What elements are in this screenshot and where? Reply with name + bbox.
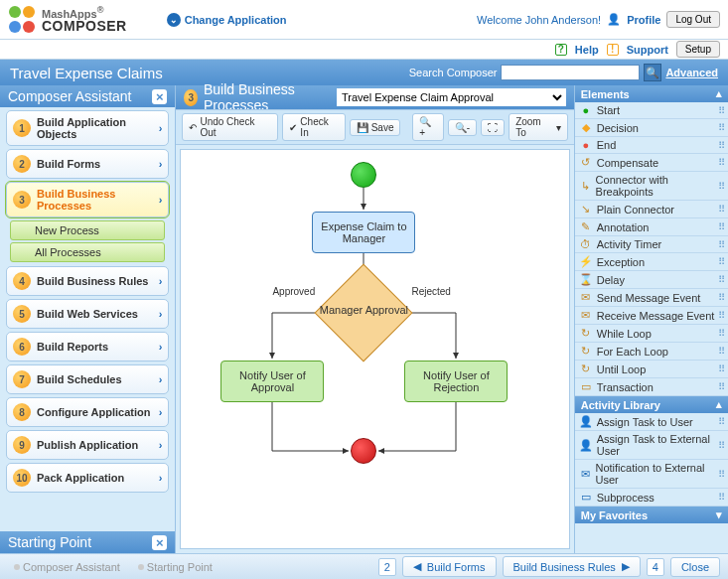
task-node-notify-rejection[interactable]: Notify User of Rejection: [404, 361, 508, 402]
grip-icon: ⠿: [718, 363, 724, 374]
activity-library-header[interactable]: Activity Library ▴: [575, 396, 728, 413]
element-item[interactable]: ↻For Each Loop⠿: [575, 343, 728, 361]
element-item[interactable]: ↻While Loop⠿: [575, 325, 728, 343]
chevron-right-icon: ›: [159, 439, 163, 451]
next-step-button[interactable]: Build Business Rules▶: [503, 556, 641, 577]
checkin-button[interactable]: ✔Check In: [282, 113, 345, 141]
sidebar-step-1[interactable]: 1Build Application Objects›: [6, 110, 169, 146]
element-icon: ↻: [579, 345, 593, 358]
step-number-icon: 7: [13, 370, 31, 388]
advanced-search-link[interactable]: Advanced: [665, 67, 718, 78]
change-app-label: Change Application: [185, 14, 287, 26]
collapse-icon[interactable]: ▴: [716, 87, 722, 100]
step-label: Build Reports: [37, 341, 159, 353]
logo-icon: [8, 5, 38, 35]
element-item[interactable]: ●Start⠿: [575, 102, 728, 119]
activity-label: Subprocess: [597, 492, 655, 504]
element-item[interactable]: ▭Transaction⠿: [575, 378, 728, 396]
process-dropdown[interactable]: Travel Expense Claim Approval: [337, 88, 566, 106]
element-label: Send Message Event: [597, 292, 701, 304]
activity-item[interactable]: 👤Assign Task to User⠿: [575, 413, 728, 431]
element-label: End: [597, 139, 617, 151]
step-number-icon: 10: [13, 469, 31, 487]
step-label: Build Business Processes: [37, 188, 159, 212]
setup-button[interactable]: Setup: [676, 41, 720, 58]
grip-icon: ⠿: [718, 469, 724, 480]
collapse-icon[interactable]: ▾: [716, 508, 722, 521]
task-node-notify-approval[interactable]: Notify User of Approval: [220, 361, 324, 402]
app-title: Travel Expense Claims: [10, 65, 163, 81]
element-icon: ◆: [579, 121, 593, 134]
sidebar-step-3[interactable]: 3Build Business Processes›: [6, 182, 169, 217]
chevron-right-icon: ›: [159, 308, 163, 320]
zoom-in-button[interactable]: 🔍+: [412, 113, 443, 141]
sidebar-step-10[interactable]: 10Pack Application›: [6, 463, 169, 493]
chevron-down-icon: ⌄: [167, 13, 181, 27]
element-item[interactable]: ↺Compensate⠿: [575, 154, 728, 172]
activity-icon: ✉: [579, 468, 592, 481]
tab-starting-point[interactable]: Starting Point: [132, 559, 218, 575]
element-item[interactable]: ↘Plain Connector⠿: [575, 201, 728, 218]
step-label: Configure Application: [37, 406, 159, 418]
grip-icon: ⠿: [718, 105, 724, 116]
undo-checkout-button[interactable]: ↶Undo Check Out: [182, 113, 278, 141]
element-item[interactable]: ●End⠿: [575, 137, 728, 154]
save-button[interactable]: 💾Save: [350, 119, 401, 136]
zoom-to-button[interactable]: Zoom To ▾: [509, 113, 568, 141]
zoom-fit-button[interactable]: ⛶: [481, 119, 505, 136]
activity-item[interactable]: 👤Assign Task to External User⠿: [575, 431, 728, 460]
help-link[interactable]: Help: [575, 44, 599, 56]
sidebar-subitem[interactable]: New Process: [10, 220, 165, 240]
activity-icon: 👤: [579, 439, 593, 452]
close-icon[interactable]: ×: [152, 535, 167, 550]
sidebar-step-7[interactable]: 7Build Schedules›: [6, 364, 169, 394]
search-input[interactable]: [501, 65, 640, 80]
sidebar-step-9[interactable]: 9Publish Application›: [6, 430, 169, 460]
chevron-right-icon: ›: [159, 373, 163, 385]
grip-icon: ⠿: [718, 328, 724, 339]
element-item[interactable]: ↻Until Loop⠿: [575, 361, 728, 378]
step-label: Publish Application: [37, 439, 159, 451]
element-icon: ▭: [579, 380, 593, 393]
activity-item[interactable]: ▭Subprocess⠿: [575, 489, 728, 507]
element-item[interactable]: ↳Connector with Breakpoints⠿: [575, 172, 728, 201]
task-node-expense-claim[interactable]: Expense Claim to Manager: [312, 212, 415, 253]
sidebar-step-8[interactable]: 8Configure Application›: [6, 397, 169, 427]
element-item[interactable]: ⌛Delay⠿: [575, 271, 728, 289]
grip-icon: ⠿: [718, 239, 724, 250]
elements-panel-header[interactable]: Elements ▴: [575, 85, 728, 102]
logout-button[interactable]: Log Out: [666, 11, 720, 28]
search-button[interactable]: 🔍: [644, 64, 661, 81]
chevron-right-icon: ›: [159, 122, 163, 134]
collapse-icon[interactable]: ▴: [716, 398, 722, 411]
element-item[interactable]: ✉Receive Message Event⠿: [575, 307, 728, 325]
sidebar-step-6[interactable]: 6Build Reports›: [6, 332, 169, 362]
flowchart-canvas[interactable]: Expense Claim to Manager Manager Approva…: [180, 149, 569, 549]
change-application-link[interactable]: ⌄ Change Application: [167, 13, 287, 27]
element-label: Transaction: [597, 381, 654, 393]
grip-icon: ⠿: [718, 256, 724, 267]
element-item[interactable]: ⏱Activity Timer⠿: [575, 236, 728, 253]
prev-step-button[interactable]: ◀Build Forms: [402, 556, 497, 577]
next-step-number: 4: [647, 558, 664, 576]
support-link[interactable]: Support: [627, 44, 668, 56]
element-label: Start: [597, 104, 620, 116]
zoom-out-button[interactable]: 🔍-: [448, 119, 477, 136]
profile-link[interactable]: Profile: [627, 14, 660, 26]
sidebar-step-2[interactable]: 2Build Forms›: [6, 149, 169, 179]
close-icon[interactable]: ×: [152, 89, 167, 104]
favorites-header[interactable]: My Favorites ▾: [575, 507, 728, 523]
sidebar-step-5[interactable]: 5Build Web Services›: [6, 299, 169, 329]
sidebar-step-4[interactable]: 4Build Business Rules›: [6, 266, 169, 296]
element-item[interactable]: ⚡Exception⠿: [575, 253, 728, 271]
prev-step-number: 2: [378, 558, 396, 576]
close-button[interactable]: Close: [670, 557, 720, 577]
welcome-text: Welcome John Anderson!: [477, 14, 601, 26]
sidebar-subitem[interactable]: All Processes: [10, 242, 165, 262]
activity-item[interactable]: ✉Notification to External User⠿: [575, 460, 728, 489]
element-item[interactable]: ✉Send Message Event⠿: [575, 289, 728, 307]
tab-composer-assistant[interactable]: Composer Assistant: [8, 559, 126, 575]
activity-label: Notification to External User: [595, 462, 718, 486]
element-item[interactable]: ◆Decision⠿: [575, 119, 728, 137]
element-item[interactable]: ✎Annotation⠿: [575, 218, 728, 236]
